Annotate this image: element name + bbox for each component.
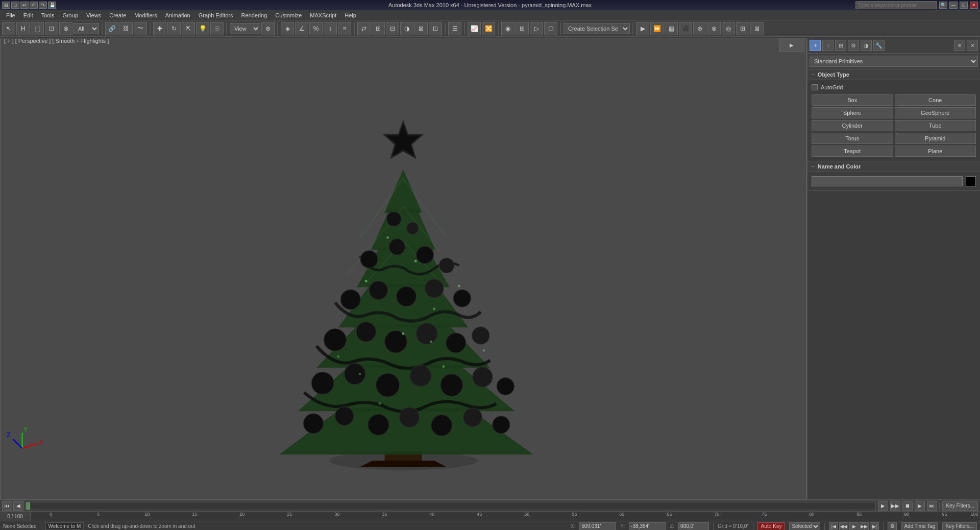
next-frame-btn[interactable]: ▶|: [870, 522, 879, 531]
select-manipulate-btn[interactable]: ☉: [210, 22, 224, 35]
schematic-view-btn[interactable]: 🔀: [482, 22, 495, 35]
torus-btn[interactable]: Torus: [812, 133, 893, 144]
select-move-btn[interactable]: ✚: [153, 22, 166, 35]
time-config-btn[interactable]: ⚙: [888, 522, 897, 531]
quick-access-btn[interactable]: ↩: [20, 2, 29, 9]
tube-btn[interactable]: Tube: [895, 120, 976, 131]
place-highlight-btn[interactable]: 💡: [196, 22, 209, 35]
menu-modifiers[interactable]: Modifiers: [130, 11, 161, 19]
teapot-btn[interactable]: Teapot: [812, 146, 893, 157]
menu-maxscript[interactable]: MAXScript: [306, 11, 340, 19]
extra-tool-7[interactable]: ◎: [722, 22, 735, 35]
object-name-input[interactable]: [812, 176, 963, 186]
mirror-btn[interactable]: ⇄: [357, 22, 371, 35]
name-color-header[interactable]: − Name and Color: [807, 161, 980, 172]
quick-render-btn[interactable]: ⬡: [544, 22, 557, 35]
search-input[interactable]: [855, 1, 937, 9]
hierarchy-panel-btn[interactable]: ⊞: [835, 40, 846, 51]
menu-customize[interactable]: Customize: [271, 11, 306, 19]
align-to-view-btn[interactable]: ⊡: [429, 22, 442, 35]
redo-btn[interactable]: ↷: [39, 2, 47, 9]
reference-coord-dropdown[interactable]: View: [230, 23, 260, 34]
snap-toggle-btn[interactable]: ◈: [281, 22, 294, 35]
motion-panel-btn[interactable]: ⚙: [848, 40, 859, 51]
window-minimize-btn[interactable]: —: [949, 2, 958, 9]
spinner-snap-btn[interactable]: ↕: [324, 22, 337, 35]
menu-graph-editors[interactable]: Graph Editors: [194, 11, 237, 19]
rotate-btn[interactable]: ↻: [167, 22, 181, 35]
render-btn[interactable]: ▷: [530, 22, 543, 35]
play-all-btn[interactable]: ▶▶: [890, 501, 900, 511]
object-type-collapse[interactable]: −: [812, 72, 815, 78]
menu-edit[interactable]: Edit: [19, 11, 37, 19]
go-to-start-btn[interactable]: ⏮: [2, 501, 12, 511]
modify-panel-btn[interactable]: ⟊: [822, 40, 834, 51]
minimize-all-btn[interactable]: □: [11, 2, 19, 9]
y-coord-input[interactable]: [629, 522, 666, 531]
key-filters-status-btn[interactable]: Key Filters...: [942, 522, 977, 531]
standard-primitives-dropdown[interactable]: Standard Primitives: [810, 56, 978, 67]
menu-create[interactable]: Create: [105, 11, 130, 19]
select-region-btn[interactable]: ⬚: [31, 22, 44, 35]
add-time-tag-btn[interactable]: Add Time Tag: [901, 522, 938, 531]
autogrid-checkbox[interactable]: [812, 84, 818, 90]
menu-tools[interactable]: Tools: [37, 11, 59, 19]
extra-tool-4[interactable]: ⬛: [679, 22, 692, 35]
extra-tool-9[interactable]: ⊠: [750, 22, 764, 35]
menu-group[interactable]: Group: [58, 11, 82, 19]
search-icon[interactable]: 🔍: [939, 2, 947, 9]
app-icon[interactable]: ⊞: [2, 2, 10, 9]
x-coord-input[interactable]: [579, 522, 616, 531]
create-panel-btn[interactable]: ✦: [810, 40, 821, 51]
select-name-btn[interactable]: H: [16, 22, 30, 35]
color-swatch[interactable]: [966, 176, 976, 186]
bind-to-space-warp-btn[interactable]: 〜: [134, 22, 147, 35]
fast-forward-btn[interactable]: ▶▶: [860, 522, 869, 531]
window-crossing-btn[interactable]: ⊡: [45, 22, 58, 35]
extra-tool-8[interactable]: ⊞: [736, 22, 749, 35]
selected-dropdown[interactable]: Selected: [789, 522, 820, 531]
timeline-track[interactable]: [26, 502, 876, 510]
extra-tool-1[interactable]: ▶: [636, 22, 649, 35]
menu-animation[interactable]: Animation: [161, 11, 194, 19]
save-btn[interactable]: 💾: [48, 2, 56, 9]
panel-settings-btn[interactable]: ≡: [954, 40, 965, 51]
next-key-btn[interactable]: ▶: [915, 501, 925, 511]
percent-snap-btn[interactable]: %: [309, 22, 323, 35]
edit-named-selections-btn[interactable]: ≡: [338, 22, 351, 35]
geosphere-btn[interactable]: GeoSphere: [895, 107, 976, 118]
selection-filter-btn[interactable]: ⊗: [59, 22, 72, 35]
link-btn[interactable]: 🔗: [105, 22, 118, 35]
play-btn[interactable]: ▶: [878, 501, 888, 511]
prev-frame-btn[interactable]: |◀: [829, 522, 838, 531]
extra-tool-6[interactable]: ⊗: [707, 22, 721, 35]
auto-key-btn[interactable]: Auto Key: [757, 522, 786, 531]
align-camera-btn[interactable]: ⊠: [414, 22, 428, 35]
play-anim-btn[interactable]: ▶: [849, 522, 859, 531]
render-setup-btn[interactable]: ⊞: [516, 22, 529, 35]
curve-editor-btn[interactable]: 📈: [468, 22, 481, 35]
extra-tool-5[interactable]: ⊕: [693, 22, 706, 35]
box-btn[interactable]: Box: [812, 94, 893, 106]
unlink-btn[interactable]: ⛓: [119, 22, 133, 35]
viewport-render-preview[interactable]: ▶: [779, 38, 804, 52]
undo-btn[interactable]: ↶: [30, 2, 38, 9]
rewind-btn[interactable]: ◀◀: [839, 522, 848, 531]
place-highlight-2-btn[interactable]: ◑: [400, 22, 413, 35]
utilities-panel-btn[interactable]: 🔧: [873, 40, 885, 51]
scale-btn[interactable]: ⇱: [182, 22, 195, 35]
sphere-btn[interactable]: Sphere: [812, 107, 893, 118]
name-color-collapse[interactable]: −: [812, 164, 815, 170]
layer-manager-btn[interactable]: ☰: [448, 22, 461, 35]
object-type-header[interactable]: − Object Type: [807, 69, 980, 80]
filter-dropdown[interactable]: All: [74, 23, 99, 34]
panel-close-btn[interactable]: ✕: [967, 40, 978, 51]
angle-snap-btn[interactable]: ∠: [295, 22, 308, 35]
stop-btn[interactable]: ⏹: [902, 501, 913, 511]
go-to-end-btn[interactable]: ⏭: [927, 501, 937, 511]
display-panel-btn[interactable]: ◑: [861, 40, 872, 51]
extra-tool-2[interactable]: ⏩: [650, 22, 664, 35]
pyramid-btn[interactable]: Pyramid: [895, 133, 976, 144]
cone-btn[interactable]: Cone: [895, 94, 976, 106]
cylinder-btn[interactable]: Cylinder: [812, 120, 893, 131]
